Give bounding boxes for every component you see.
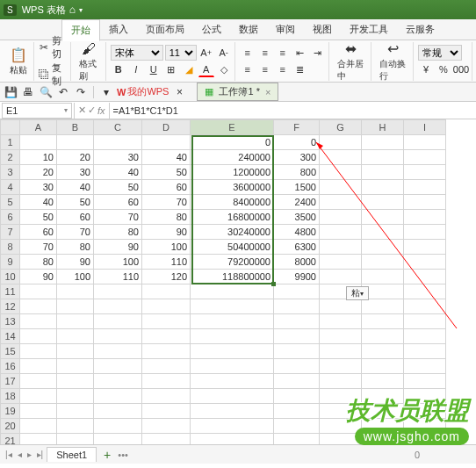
cell[interactable] [362, 434, 404, 445]
cell[interactable]: 30240000 [191, 225, 274, 240]
cell[interactable] [57, 359, 94, 374]
cell[interactable] [404, 389, 446, 404]
cell[interactable]: 4800 [274, 225, 320, 240]
cell[interactable] [362, 180, 404, 195]
cell[interactable] [274, 299, 320, 314]
cell[interactable]: 0 [274, 135, 320, 150]
cell[interactable] [404, 210, 446, 225]
cell[interactable]: 100 [142, 240, 191, 255]
row-header[interactable]: 12 [1, 299, 20, 314]
cell[interactable]: 60 [57, 210, 94, 225]
cell[interactable]: 50 [57, 195, 94, 210]
cell[interactable] [94, 329, 142, 344]
fill-color-button[interactable]: ◢ [181, 61, 197, 77]
cell[interactable] [320, 344, 362, 359]
row-header[interactable]: 3 [1, 165, 20, 180]
cell[interactable]: 80 [57, 240, 94, 255]
comma-icon[interactable]: 000 [453, 61, 469, 77]
cell[interactable] [320, 135, 362, 150]
cell[interactable] [20, 299, 57, 314]
cell[interactable] [20, 135, 57, 150]
cell[interactable] [404, 165, 446, 180]
cell[interactable] [274, 434, 320, 445]
cell[interactable] [142, 434, 191, 445]
cell[interactable] [362, 240, 404, 255]
indent-inc-icon[interactable]: ⇥ [310, 45, 326, 61]
font-color-button[interactable]: A [198, 61, 214, 77]
sheet-tab[interactable]: Sheet1 [47, 447, 97, 462]
cell[interactable] [20, 314, 57, 329]
align-mid-icon[interactable]: ≡ [257, 45, 273, 61]
cell[interactable] [191, 419, 274, 434]
cell[interactable] [320, 419, 362, 434]
cell[interactable] [320, 240, 362, 255]
cell[interactable] [94, 419, 142, 434]
percent-icon[interactable]: % [436, 61, 451, 77]
col-header-I[interactable]: I [404, 120, 446, 135]
cell[interactable]: 30 [20, 180, 57, 195]
col-header-B[interactable]: B [57, 120, 94, 135]
cell[interactable] [94, 135, 142, 150]
row-header[interactable]: 6 [1, 210, 20, 225]
cell[interactable] [191, 404, 274, 419]
italic-button[interactable]: I [128, 61, 144, 77]
cell[interactable] [191, 299, 274, 314]
row-header[interactable]: 5 [1, 195, 20, 210]
row-header[interactable]: 16 [1, 359, 20, 374]
close-doc-icon[interactable]: × [265, 87, 270, 97]
row-header[interactable]: 4 [1, 180, 20, 195]
cell[interactable]: 300 [274, 150, 320, 165]
cell[interactable]: 90 [57, 255, 94, 270]
cell[interactable] [320, 195, 362, 210]
cell[interactable] [362, 329, 404, 344]
cell[interactable] [142, 404, 191, 419]
cell[interactable] [362, 225, 404, 240]
cell[interactable] [191, 389, 274, 404]
cell[interactable]: 80 [20, 255, 57, 270]
row-header[interactable]: 17 [1, 374, 20, 389]
cell[interactable] [20, 404, 57, 419]
align-right-icon[interactable]: ≡ [275, 61, 291, 77]
cell[interactable] [362, 389, 404, 404]
cell[interactable] [191, 359, 274, 374]
col-header-C[interactable]: C [94, 120, 142, 135]
cell[interactable]: 3600000 [191, 180, 274, 195]
chevron-down-icon[interactable]: ▾ [64, 106, 68, 114]
cell[interactable] [20, 344, 57, 359]
cell[interactable] [191, 314, 274, 329]
cell[interactable] [362, 270, 404, 284]
cell[interactable] [320, 150, 362, 165]
shrink-font-icon[interactable]: A- [216, 45, 232, 61]
cell[interactable] [20, 419, 57, 434]
cell[interactable]: 70 [20, 240, 57, 255]
align-justify-icon[interactable]: ≣ [292, 61, 308, 77]
cell[interactable]: 16800000 [191, 210, 274, 225]
cell[interactable]: 60 [142, 180, 191, 195]
cell[interactable] [320, 404, 362, 419]
currency-icon[interactable]: ¥ [418, 61, 434, 77]
cell[interactable] [57, 314, 94, 329]
cell[interactable]: 20 [57, 150, 94, 165]
cell[interactable]: 30 [57, 165, 94, 180]
cell[interactable]: 1200000 [191, 165, 274, 180]
cell[interactable]: 60 [20, 225, 57, 240]
row-header[interactable]: 13 [1, 314, 20, 329]
cell[interactable]: 90 [94, 240, 142, 255]
cell[interactable]: 60 [94, 195, 142, 210]
cell[interactable] [142, 359, 191, 374]
cell[interactable] [274, 359, 320, 374]
sheet-nav-next-icon[interactable]: ▸ [25, 450, 33, 459]
cell[interactable]: 90 [20, 270, 57, 284]
redo-icon[interactable]: ↷ [74, 85, 88, 99]
tab-view[interactable]: 视图 [304, 19, 341, 40]
cell[interactable] [142, 284, 191, 299]
clear-format-button[interactable]: ◇ [216, 61, 232, 77]
align-center-icon[interactable]: ≡ [257, 61, 273, 77]
cell[interactable]: 2400 [274, 195, 320, 210]
cell[interactable] [404, 404, 446, 419]
cell[interactable] [274, 314, 320, 329]
cell[interactable] [57, 329, 94, 344]
cell[interactable] [57, 419, 94, 434]
cell[interactable] [404, 419, 446, 434]
cell[interactable]: 40 [94, 165, 142, 180]
